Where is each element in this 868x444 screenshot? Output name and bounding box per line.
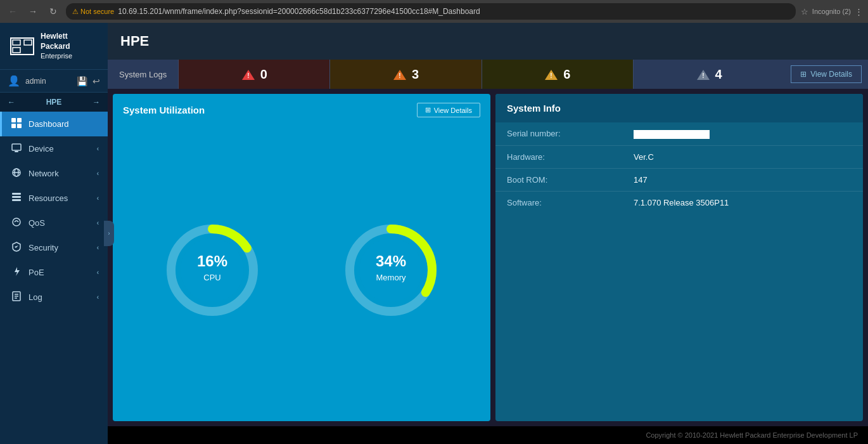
reload-button[interactable]: ↻: [46, 4, 61, 19]
memory-gauge-svg: 34% Memory: [340, 219, 442, 321]
info-count: 4: [715, 67, 722, 82]
sidebar-item-resources[interactable]: Resources ‹: [0, 186, 108, 211]
app-container: Hewlett Packard Enterprise 👤 admin 💾 ↩ ←…: [0, 23, 868, 444]
system-info-panel: System Info Serial number: Hardware: Ver…: [495, 94, 863, 421]
system-utilization-panel: System Utilization ⊞ View Details: [113, 94, 490, 421]
svg-rect-3: [11, 118, 16, 122]
log-badge-info: ! 4: [633, 60, 784, 89]
footer: Copyright © 2010-2021 Hewlett Packard En…: [108, 426, 868, 444]
sidebar-qos-label: QoS: [29, 218, 91, 228]
sidebar-dashboard-label: Dashboard: [29, 119, 99, 129]
content-panels: System Utilization ⊞ View Details: [108, 89, 868, 426]
svg-text:16%: 16%: [197, 252, 227, 270]
log-badge-critical: ! 0: [178, 60, 329, 89]
hardware-value: Ver.C: [634, 152, 852, 162]
bookmark-icon[interactable]: ☆: [801, 7, 808, 16]
log-badge-minor: ! 6: [482, 60, 633, 89]
minor-alert-icon: !: [544, 69, 558, 81]
sidebar-item-poe[interactable]: PoE ‹: [0, 260, 108, 285]
url-text: 10.69.15.201/wnm/frame/index.php?session…: [118, 7, 480, 16]
info-row-bootrom: Boot ROM: 147: [495, 169, 863, 192]
serial-key: Serial number:: [507, 129, 634, 139]
menu-icon[interactable]: ⋮: [855, 7, 863, 16]
user-save-icon[interactable]: 💾: [77, 76, 87, 86]
sidebar-device-label: Device: [29, 144, 91, 153]
log-badge-major: ! 3: [329, 60, 481, 89]
critical-alert-icon: !: [241, 69, 255, 81]
username-label: admin: [25, 77, 72, 86]
svg-point-30: [181, 238, 244, 302]
memory-gauge-wrapper: 34% Memory: [340, 219, 442, 321]
page-title: HPE: [120, 33, 149, 49]
user-logout-icon[interactable]: ↩: [93, 76, 100, 86]
info-row-hardware: Hardware: Ver.C: [495, 146, 863, 169]
network-icon: [11, 167, 22, 180]
svg-rect-8: [15, 151, 18, 152]
log-arrow-icon: ‹: [97, 294, 99, 301]
sidebar-item-device[interactable]: Device ‹: [0, 136, 108, 161]
sidebar-item-network[interactable]: Network ‹: [0, 161, 108, 186]
sidebar-item-security[interactable]: Security ‹: [0, 235, 108, 260]
device-arrow-icon: ‹: [97, 145, 99, 152]
page-header: HPE: [108, 23, 868, 60]
url-bar[interactable]: ⚠ Not secure 10.69.15.201/wnm/frame/inde…: [66, 3, 796, 20]
svg-text:34%: 34%: [376, 252, 406, 270]
sidebar-item-log[interactable]: Log ‹: [0, 285, 108, 310]
info-row-software: Software: 7.1.070 Release 3506P11: [495, 192, 863, 214]
svg-point-35: [359, 238, 423, 302]
poe-icon: [11, 266, 22, 278]
system-info-header: System Info: [495, 94, 863, 122]
qos-icon: [11, 217, 22, 229]
hpe-logo-box: [10, 37, 34, 55]
bootrom-value: 147: [634, 175, 852, 185]
poe-arrow-icon: ‹: [97, 269, 99, 276]
network-arrow-icon: ‹: [97, 170, 99, 177]
info-alert-icon: !: [696, 69, 710, 81]
svg-text:!: !: [551, 72, 552, 79]
svg-rect-7: [12, 144, 21, 150]
log-icon: [11, 291, 22, 303]
util-grid-icon: ⊞: [425, 106, 431, 114]
dashboard-icon: [11, 118, 22, 130]
hardware-key: Hardware:: [507, 152, 634, 162]
forward-button[interactable]: →: [25, 4, 41, 19]
util-panel-header: System Utilization ⊞ View Details: [123, 103, 480, 117]
major-alert-icon: !: [393, 69, 407, 81]
svg-rect-6: [17, 124, 22, 128]
back-button[interactable]: ←: [5, 4, 20, 19]
svg-point-15: [13, 218, 20, 226]
system-info-title: System Info: [507, 103, 561, 114]
nav-forward-arrow[interactable]: →: [93, 98, 100, 107]
sidebar-nav-header: ← HPE →: [0, 93, 108, 112]
util-view-details-button[interactable]: ⊞ View Details: [417, 103, 480, 117]
sidebar-collapse-handle[interactable]: ›: [104, 221, 114, 246]
hpe-logo-text: Hewlett Packard Enterprise: [41, 32, 98, 60]
sidebar-network-label: Network: [29, 169, 91, 178]
util-panel-title: System Utilization: [123, 105, 205, 115]
svg-text:CPU: CPU: [203, 273, 220, 282]
browser-chrome: ← → ↻ ⚠ Not secure 10.69.15.201/wnm/fram…: [0, 0, 868, 23]
nav-back-arrow[interactable]: ←: [8, 98, 15, 107]
major-count: 3: [412, 67, 419, 82]
critical-count: 0: [260, 67, 267, 82]
browser-actions: ☆ Incognito (2) ⋮: [801, 7, 863, 16]
device-icon: [11, 143, 22, 155]
cpu-gauge-wrapper: 16% CPU: [162, 219, 263, 321]
sidebar-security-label: Security: [29, 243, 91, 252]
minor-count: 6: [563, 67, 570, 82]
svg-text:!: !: [399, 72, 400, 79]
svg-rect-13: [12, 196, 21, 198]
sidebar-item-dashboard[interactable]: Dashboard: [0, 112, 108, 136]
serial-placeholder: [634, 130, 710, 139]
system-logs-view-details-button[interactable]: ⊞ View Details: [791, 65, 862, 83]
serial-value: [634, 129, 852, 139]
sidebar-item-qos[interactable]: QoS ‹: [0, 211, 108, 235]
sidebar-logo: Hewlett Packard Enterprise: [0, 23, 108, 69]
sidebar-poe-label: PoE: [29, 268, 91, 277]
incognito-label: Incognito (2): [812, 8, 851, 15]
cpu-gauge-svg: 16% CPU: [162, 219, 263, 321]
user-actions: 💾 ↩: [77, 76, 100, 86]
sidebar-user-row: 👤 admin 💾 ↩: [0, 69, 108, 93]
svg-rect-14: [12, 193, 21, 195]
svg-rect-1: [13, 48, 20, 53]
